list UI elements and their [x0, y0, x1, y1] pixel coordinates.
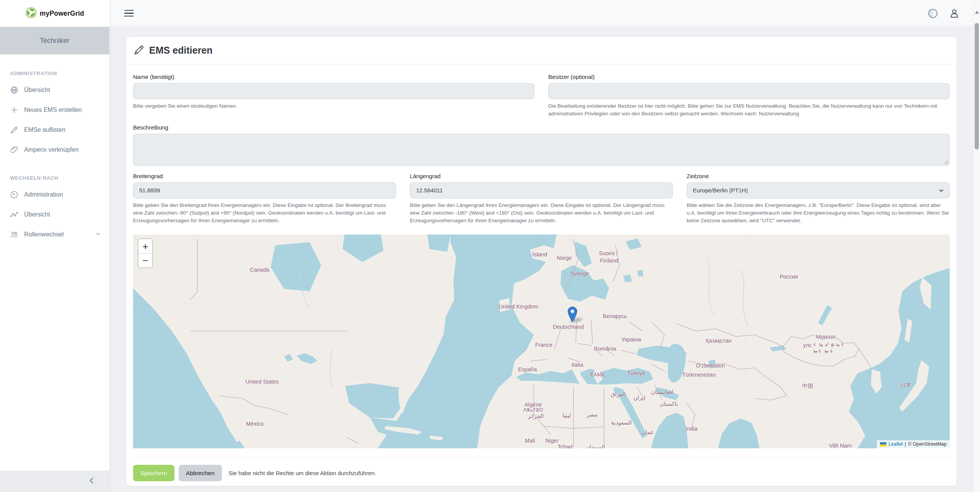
- permission-notice: Sie habe nicht die Rechte um diese Aktio…: [229, 470, 376, 476]
- breitengrad-input[interactable]: [133, 182, 396, 198]
- name-input[interactable]: [133, 83, 534, 99]
- scrollbar-up-arrow-icon[interactable]: [975, 11, 979, 14]
- breitengrad-field-group: Breitengrad Bitte geben Sie den Breiteng…: [133, 173, 396, 225]
- zeitzone-field-group: Zeitzone Europe/Berlin (PT1H) Bitte wähl…: [687, 173, 950, 225]
- map-attribution: Leaflet | © OpenStreetMap: [877, 440, 950, 448]
- sidebar-item-administration[interactable]: Administration: [0, 185, 109, 205]
- sidebar-item-label: Neues EMS erstellen: [24, 107, 82, 113]
- sidebar-item-uebersicht-2[interactable]: Übersicht: [0, 205, 109, 225]
- sidebar-section-administration: ADMINISTRATION: [0, 65, 109, 80]
- card-header: EMS editieren: [126, 37, 957, 64]
- sidebar-item-label: Übersicht: [24, 87, 50, 93]
- user-icon[interactable]: [949, 8, 960, 19]
- sidebar-item-label: Administration: [24, 191, 63, 198]
- besitzer-help: Die Bearbeitung existierender Besitzer i…: [548, 102, 950, 118]
- breitengrad-label: Breitengrad: [133, 173, 396, 179]
- zoom-out-button[interactable]: −: [138, 253, 152, 267]
- name-label: Name (benötigt): [133, 74, 534, 80]
- paperclip-icon: [10, 146, 18, 154]
- page-scrollbar[interactable]: [973, 0, 980, 492]
- beschreibung-field-group: Beschreibung: [133, 124, 950, 166]
- laengengrad-field-group: Längengrad Bitte geben Sie den Längengra…: [410, 173, 673, 225]
- sidebar: myPowerGrid Techniker ADMINISTRATION Übe…: [0, 0, 109, 492]
- zeitzone-help: Bitte wählen Sie die Zeitzone des Energi…: [687, 202, 950, 225]
- brand-logo-icon: [25, 7, 37, 20]
- chevron-down-icon: [95, 231, 101, 238]
- ukraine-flag-icon: [880, 442, 886, 446]
- compass-icon: [10, 190, 18, 199]
- app-root: myPowerGrid Techniker ADMINISTRATION Übe…: [0, 0, 980, 492]
- laengengrad-help: Bitte geben Sie den Längengrad Ihres Ene…: [410, 202, 673, 225]
- zeitzone-select[interactable]: Europe/Berlin (PT1H): [687, 182, 950, 198]
- main-content: EMS editieren Name (benötigt) Bitte verg…: [109, 27, 980, 492]
- laengengrad-input[interactable]: [410, 182, 673, 198]
- sidebar-item-label: Übersicht: [24, 211, 50, 218]
- card-body: Name (benötigt) Bitte vergeben Sie einen…: [126, 64, 957, 448]
- users-icon: [10, 230, 18, 239]
- chevron-left-icon: [88, 477, 95, 486]
- leaflet-map[interactable]: CanadaUnited StatesMéxicoÍslandNorgeSuom…: [133, 235, 950, 448]
- activity-icon: [10, 210, 18, 219]
- ems-edit-card: EMS editieren Name (benötigt) Bitte verg…: [126, 36, 957, 486]
- save-button[interactable]: Speichern: [133, 465, 174, 481]
- sidebar-item-label: Amperix verknüpfen: [24, 146, 79, 153]
- role-label: Techniker: [40, 37, 69, 45]
- name-help: Bitte vergeben Sie einen eindeutigen Nam…: [133, 102, 534, 110]
- sidebar-item-neues-ems-erstellen[interactable]: Neues EMS erstellen: [0, 100, 109, 120]
- menu-toggle-button[interactable]: [122, 8, 136, 19]
- attribution-separator: |: [905, 441, 906, 447]
- brand[interactable]: myPowerGrid: [0, 0, 109, 27]
- cancel-button[interactable]: Abbrechen: [179, 465, 222, 481]
- sidebar-item-uebersicht[interactable]: Übersicht: [0, 80, 109, 100]
- theme-contrast-icon[interactable]: [927, 8, 939, 19]
- sidebar-item-amperix-verknuepfen[interactable]: Amperix verknüpfen: [0, 140, 109, 160]
- sidebar-item-rollenwechsel[interactable]: Rollenwechsel: [0, 225, 109, 244]
- topbar-actions: [927, 8, 960, 19]
- beschreibung-label: Beschreibung: [133, 124, 950, 131]
- besitzer-input[interactable]: [548, 83, 950, 99]
- besitzer-label: Besitzer (optional): [548, 74, 950, 80]
- osm-credit[interactable]: © OpenStreetMap: [908, 441, 947, 447]
- zeitzone-label: Zeitzone: [687, 173, 950, 179]
- pen-icon: [133, 45, 144, 56]
- plus-icon: [10, 106, 18, 114]
- leaflet-link[interactable]: Leaflet: [888, 441, 903, 447]
- sidebar-item-label: Rollenwechsel: [24, 231, 64, 238]
- sidebar-item-label: EMSe auflisten: [24, 126, 66, 133]
- sidebar-nav: ADMINISTRATION Übersicht Neues EMS erste…: [0, 54, 109, 471]
- name-field-group: Name (benötigt) Bitte vergeben Sie einen…: [133, 74, 534, 118]
- laengengrad-label: Längengrad: [410, 173, 673, 179]
- globe-icon: [10, 86, 18, 94]
- sidebar-section-wechseln-nach: WECHSELN NACH: [0, 170, 109, 185]
- scrollbar-thumb[interactable]: [975, 23, 979, 149]
- beschreibung-textarea[interactable]: [133, 134, 950, 166]
- breitengrad-help: Bitte geben Sie den Breitengrad Ihres En…: [133, 202, 396, 225]
- location-marker-icon[interactable]: [567, 307, 577, 322]
- topbar: [109, 0, 980, 27]
- pencil-icon: [10, 126, 18, 134]
- sidebar-item-emse-auflisten[interactable]: EMSe auflisten: [0, 120, 109, 140]
- zoom-in-button[interactable]: +: [138, 239, 152, 253]
- page-title: EMS editieren: [149, 45, 212, 56]
- world-map-graphic: [133, 235, 950, 448]
- map-zoom-control: + −: [138, 238, 153, 268]
- besitzer-field-group: Besitzer (optional) Die Bearbeitung exis…: [548, 74, 950, 118]
- sidebar-collapse-button[interactable]: [0, 471, 109, 492]
- role-banner: Techniker: [0, 27, 109, 54]
- brand-name: myPowerGrid: [40, 10, 84, 18]
- form-actions: Speichern Abbrechen Sie habe nicht die R…: [133, 458, 950, 486]
